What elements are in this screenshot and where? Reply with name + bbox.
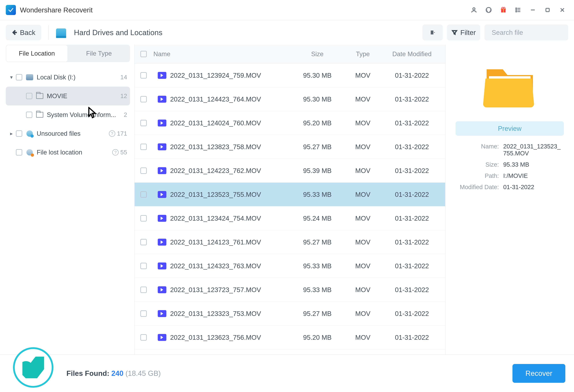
close-icon[interactable] (556, 3, 569, 17)
toolbar: Back Hard Drives and Locations Filter (0, 20, 574, 45)
file-row[interactable]: 2022_0131_123323_753.MOV95.27 MBMOV01-31… (135, 302, 445, 326)
file-type: MOV (341, 167, 385, 175)
file-checkbox[interactable] (140, 263, 147, 269)
file-size: 95.27 MB (293, 310, 341, 317)
file-row[interactable]: 2022_0131_124323_763.MOV95.33 MBMOV01-31… (135, 254, 445, 278)
file-type: MOV (341, 238, 385, 246)
expand-icon[interactable]: ▸ (10, 131, 16, 137)
filter-button[interactable]: Filter (447, 24, 480, 40)
meta-path-value: I:/MOVIE (503, 172, 564, 179)
video-icon (158, 167, 166, 174)
file-row[interactable]: 2022_0131_123823_758.MOV95.27 MBMOV01-31… (135, 135, 445, 159)
tree-checkbox[interactable] (16, 130, 22, 137)
file-row[interactable]: 2022_0131_123424_754.MOV95.24 MBMOV01-31… (135, 206, 445, 230)
file-checkbox[interactable] (140, 167, 147, 174)
arrow-left-icon (12, 29, 18, 36)
file-size: 95.24 MB (293, 215, 341, 222)
svg-point-0 (473, 8, 475, 10)
tree-checkbox[interactable] (16, 149, 22, 156)
maximize-icon[interactable] (541, 3, 554, 17)
tree-checkbox[interactable] (26, 93, 32, 99)
file-row[interactable]: 2022_0131_123723_757.MOV95.33 MBMOV01-31… (135, 278, 445, 302)
scan-complete-icon (13, 347, 53, 388)
preview-button[interactable]: Preview (455, 121, 564, 136)
back-button[interactable]: Back (6, 25, 41, 40)
filter-button-label: Filter (460, 29, 476, 37)
file-row[interactable]: 2022_0131_124123_761.MOV95.27 MBMOV01-31… (135, 230, 445, 254)
tree-item[interactable]: ▾Local Disk (I:)14 (6, 68, 130, 87)
video-icon (158, 334, 166, 341)
file-name: 2022_0131_124123_761.MOV (170, 238, 293, 246)
tree-item[interactable]: System Volume Inform...2 (6, 105, 130, 124)
file-row[interactable]: 2022_0131_124223_762.MOV95.39 MBMOV01-31… (135, 159, 445, 183)
column-size[interactable]: Size (293, 50, 341, 58)
tree-checkbox[interactable] (26, 112, 32, 118)
search-input-wrapper[interactable] (484, 24, 568, 40)
video-icon (158, 143, 166, 150)
list-menu-icon[interactable] (512, 3, 525, 17)
svg-point-7 (516, 8, 517, 9)
help-icon[interactable]: ? (112, 149, 119, 156)
file-checkbox[interactable] (140, 96, 147, 102)
meta-modified-label: Modified Date: (455, 184, 499, 191)
file-date: 01-31-2022 (385, 143, 439, 151)
recover-button[interactable]: Recover (512, 364, 565, 383)
file-size: 95.30 MB (293, 72, 341, 79)
minimize-icon[interactable] (526, 3, 539, 17)
select-all-checkbox[interactable] (140, 51, 147, 57)
file-row[interactable]: 2022_0131_124423_764.MOV95.30 MBMOV01-31… (135, 87, 445, 111)
file-checkbox[interactable] (140, 334, 147, 341)
app-logo-icon (6, 5, 16, 15)
file-type: MOV (341, 310, 385, 317)
file-checkbox[interactable] (140, 215, 147, 221)
tree-item[interactable]: File lost location?55 (6, 143, 130, 162)
column-name[interactable]: Name (153, 50, 293, 58)
help-icon[interactable]: ? (109, 130, 115, 137)
tab-file-location[interactable]: File Location (6, 45, 68, 62)
meta-path-label: Path: (455, 172, 499, 179)
file-row[interactable]: 2022_0131_123623_756.MOV95.20 MBMOV01-31… (135, 326, 445, 349)
file-row[interactable]: 2022_0131_123523_755.MOV95.33 MBMOV01-31… (135, 183, 445, 206)
file-row[interactable]: 2022_0131_124024_760.MOV95.20 MBMOV01-31… (135, 111, 445, 135)
file-row[interactable]: 2022_0131_123924_759.MOV95.30 MBMOV01-31… (135, 63, 445, 87)
meta-modified-value: 01-31-2022 (503, 184, 564, 191)
file-checkbox[interactable] (140, 239, 147, 245)
tree-item-count: 14 (120, 74, 127, 81)
support-icon[interactable] (482, 3, 495, 17)
search-input[interactable] (491, 28, 574, 37)
file-name: 2022_0131_123723_757.MOV (170, 286, 293, 294)
file-checkbox[interactable] (140, 144, 147, 150)
tab-file-type[interactable]: File Type (68, 45, 130, 62)
tree-item-label: System Volume Inform... (47, 111, 122, 118)
tree-checkbox[interactable] (16, 74, 22, 80)
video-icon (158, 215, 166, 222)
account-icon[interactable] (467, 3, 480, 17)
gift-icon[interactable] (497, 3, 510, 17)
file-checkbox[interactable] (140, 287, 147, 293)
tree-item-label: Local Disk (I:) (37, 74, 119, 81)
files-found-label: Files Found: (66, 369, 109, 377)
tree-item-label: MOVIE (47, 92, 119, 100)
column-date[interactable]: Date Modified (385, 50, 439, 58)
file-date: 01-31-2022 (385, 95, 439, 103)
tree-item[interactable]: MOVIE12 (6, 87, 130, 105)
file-type: MOV (341, 72, 385, 79)
expand-icon[interactable]: ▾ (10, 74, 16, 80)
file-name: 2022_0131_123823_758.MOV (170, 143, 293, 151)
file-date: 01-31-2022 (385, 238, 439, 246)
column-type[interactable]: Type (341, 50, 385, 58)
file-checkbox[interactable] (140, 72, 147, 78)
breadcrumb: Hard Drives and Locations (74, 28, 163, 37)
tree-item[interactable]: ▸Unsourced files?171 (6, 124, 130, 143)
file-name: 2022_0131_123924_759.MOV (170, 72, 293, 79)
file-checkbox[interactable] (140, 311, 147, 317)
file-checkbox[interactable] (140, 191, 147, 198)
view-mode-button[interactable] (423, 24, 443, 40)
file-type: MOV (341, 191, 385, 198)
file-date: 01-31-2022 (385, 119, 439, 127)
file-size: 95.33 MB (293, 262, 341, 270)
file-size: 95.33 MB (293, 286, 341, 294)
tree-item-count: 2 (124, 111, 127, 118)
file-type: MOV (341, 333, 385, 341)
file-checkbox[interactable] (140, 120, 147, 126)
